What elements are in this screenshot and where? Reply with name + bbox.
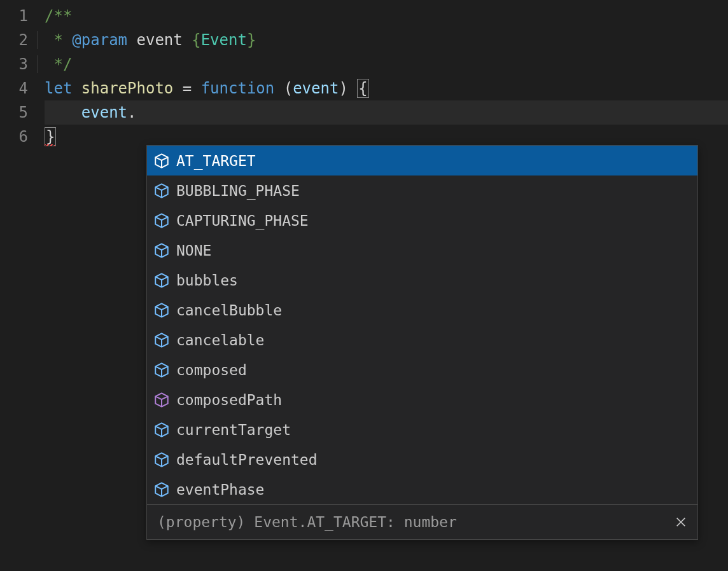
suggestion-label: cancelBubble: [176, 302, 691, 319]
identifier-function-name: sharePhoto: [81, 79, 174, 97]
keyword-function: function: [201, 79, 275, 97]
doc-comment-close: */: [45, 55, 72, 73]
doc-comment-open: /**: [45, 7, 72, 25]
method-icon: [153, 392, 170, 408]
field-icon: [153, 362, 170, 378]
suggestion-label: composedPath: [176, 392, 691, 408]
line-number: 5: [0, 100, 28, 125]
line-number: 3: [0, 52, 28, 76]
field-icon: [153, 212, 170, 229]
field-icon: [153, 422, 170, 438]
suggestion-label: cancelable: [176, 332, 691, 348]
error-squiggle-icon: [45, 144, 55, 146]
suggestion-detail-text: (property) Event.AT_TARGET: number: [157, 514, 675, 530]
line-number: 6: [0, 125, 28, 149]
line-number: 2: [0, 28, 28, 52]
suggestion-item[interactable]: CAPTURING_PHASE: [147, 205, 697, 235]
keyword-let: let: [45, 79, 72, 97]
intellisense-popup[interactable]: AT_TARGET BUBBLING_PHASE CAPTURING_PHASE…: [146, 145, 698, 540]
suggestion-item[interactable]: defaultPrevented: [147, 444, 697, 474]
brace-open: {: [357, 79, 368, 98]
field-icon: [153, 332, 170, 348]
line-number-gutter: 1 2 3 4 5 6: [0, 4, 45, 149]
suggestion-item[interactable]: BUBBLING_PHASE: [147, 175, 697, 205]
jsdoc-tag: @param: [72, 31, 127, 49]
code-area[interactable]: /** * @param event {Event} */ let shareP…: [45, 4, 728, 149]
suggestion-item[interactable]: composedPath: [147, 385, 697, 415]
code-line[interactable]: * @param event {Event}: [45, 28, 728, 52]
code-editor[interactable]: 1 2 3 4 5 6 /** * @param event {Event} *…: [0, 0, 728, 149]
suggestion-item[interactable]: cancelBubble: [147, 295, 697, 325]
identifier-variable: event: [81, 104, 127, 121]
suggestion-item[interactable]: AT_TARGET: [147, 146, 697, 175]
suggestion-label: composed: [176, 362, 691, 378]
code-line[interactable]: /**: [45, 4, 728, 28]
param-name: event: [293, 79, 339, 97]
suggestion-item[interactable]: NONE: [147, 235, 697, 265]
suggestion-list[interactable]: AT_TARGET BUBBLING_PHASE CAPTURING_PHASE…: [147, 146, 697, 504]
suggestion-label: NONE: [176, 242, 691, 259]
suggestion-item[interactable]: bubbles: [147, 265, 697, 295]
close-icon[interactable]: [675, 516, 687, 528]
suggestion-detail-bar: (property) Event.AT_TARGET: number: [147, 504, 697, 539]
line-number: 1: [0, 4, 28, 28]
jsdoc-type: Event: [201, 31, 247, 49]
dot-operator: .: [127, 104, 136, 121]
doc-comment-star: *: [45, 31, 72, 49]
suggestion-label: BUBBLING_PHASE: [176, 182, 691, 199]
suggestion-label: defaultPrevented: [176, 451, 691, 468]
suggestion-label: currentTarget: [176, 422, 691, 438]
suggestion-label: bubbles: [176, 272, 691, 289]
suggestion-item[interactable]: composed: [147, 355, 697, 385]
field-icon: [153, 153, 170, 169]
code-line[interactable]: let sharePhoto = function (event) {: [45, 76, 728, 100]
suggestion-item[interactable]: currentTarget: [147, 415, 697, 444]
field-icon: [153, 451, 170, 468]
field-icon: [153, 242, 170, 259]
suggestion-label: eventPhase: [176, 481, 691, 498]
code-line-current[interactable]: event.: [45, 100, 728, 125]
jsdoc-param-name: event: [137, 31, 183, 49]
suggestion-label: CAPTURING_PHASE: [176, 212, 691, 229]
field-icon: [153, 302, 170, 319]
field-icon: [153, 272, 170, 289]
field-icon: [153, 182, 170, 199]
brace-close: }: [45, 127, 56, 146]
code-line[interactable]: */: [45, 52, 728, 76]
suggestion-item[interactable]: cancelable: [147, 325, 697, 355]
suggestion-label: AT_TARGET: [176, 153, 691, 169]
line-number: 4: [0, 76, 28, 100]
suggestion-item[interactable]: eventPhase: [147, 474, 697, 504]
field-icon: [153, 481, 170, 498]
